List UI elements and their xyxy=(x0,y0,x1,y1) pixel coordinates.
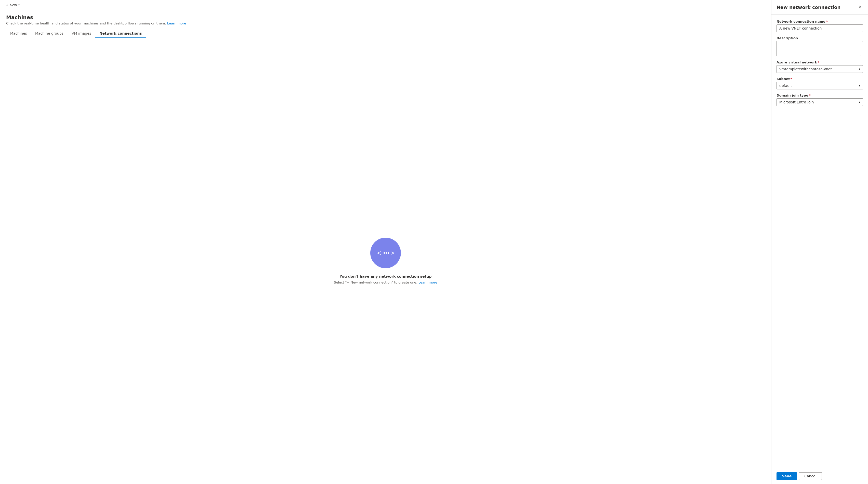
tab-machines[interactable]: Machines xyxy=(6,29,31,38)
side-panel: New network connection ✕ Network connect… xyxy=(771,0,868,484)
new-button[interactable]: + New ▾ xyxy=(4,2,22,8)
network-icon: < > xyxy=(370,238,401,268)
azure-vnet-label: Azure virtual network* xyxy=(776,60,863,64)
panel-header: New network connection ✕ xyxy=(771,0,868,14)
description-group: Description xyxy=(776,36,863,56)
cancel-button[interactable]: Cancel xyxy=(799,472,822,480)
svg-point-3 xyxy=(388,252,389,254)
new-button-label: New xyxy=(10,3,17,7)
empty-state-description: Select "+ New network connection" to cre… xyxy=(334,281,437,284)
chevron-down-icon: ▾ xyxy=(18,4,20,6)
subnet-select[interactable]: default xyxy=(776,82,863,89)
close-panel-button[interactable]: ✕ xyxy=(858,4,863,10)
top-bar: + New ▾ xyxy=(0,0,771,10)
description-input[interactable] xyxy=(776,41,863,56)
connection-name-input[interactable] xyxy=(776,25,863,32)
panel-title: New network connection xyxy=(776,5,840,10)
connection-name-group: Network connection name* xyxy=(776,20,863,32)
domain-join-label: Domain join type* xyxy=(776,94,863,97)
tab-vm-images[interactable]: VM images xyxy=(67,29,95,38)
learn-more-link[interactable]: Learn more xyxy=(167,22,186,25)
subnet-select-wrapper: default ▾ xyxy=(776,82,863,89)
domain-join-select-wrapper: Microsoft Entra joinAzure AD joinHybrid … xyxy=(776,98,863,106)
domain-join-group: Domain join type* Microsoft Entra joinAz… xyxy=(776,94,863,106)
panel-body: Network connection name* Description Azu… xyxy=(771,14,868,468)
svg-point-2 xyxy=(385,252,387,254)
page-header: Machines Check the real-time health and … xyxy=(0,10,771,29)
domain-join-select[interactable]: Microsoft Entra joinAzure AD joinHybrid … xyxy=(776,98,863,106)
svg-text:>: > xyxy=(391,249,394,257)
tabs-bar: Machines Machine groups VM images Networ… xyxy=(0,29,771,38)
empty-state-title: You don't have any network connection se… xyxy=(340,275,432,279)
tab-machine-groups[interactable]: Machine groups xyxy=(31,29,67,38)
description-label: Description xyxy=(776,36,863,40)
subnet-label: Subnet* xyxy=(776,77,863,81)
azure-vnet-select[interactable]: vmtemplatewithcontoso-vnet xyxy=(776,65,863,73)
svg-text:<: < xyxy=(377,249,381,257)
page-subtitle: Check the real-time health and status of… xyxy=(6,22,765,25)
svg-point-1 xyxy=(383,252,385,254)
save-button[interactable]: Save xyxy=(776,472,797,480)
tab-network-connections[interactable]: Network connections xyxy=(95,29,146,38)
connection-name-label: Network connection name* xyxy=(776,20,863,24)
empty-learn-more-link[interactable]: Learn more xyxy=(418,281,437,284)
subnet-group: Subnet* default ▾ xyxy=(776,77,863,89)
azure-vnet-select-wrapper: vmtemplatewithcontoso-vnet ▾ xyxy=(776,65,863,73)
panel-footer: Save Cancel xyxy=(771,468,868,484)
azure-vnet-group: Azure virtual network* vmtemplatewithcon… xyxy=(776,60,863,73)
empty-state: < > You don't have any network connectio… xyxy=(0,38,771,484)
plus-icon: + xyxy=(6,3,8,7)
page-title: Machines xyxy=(6,14,765,21)
